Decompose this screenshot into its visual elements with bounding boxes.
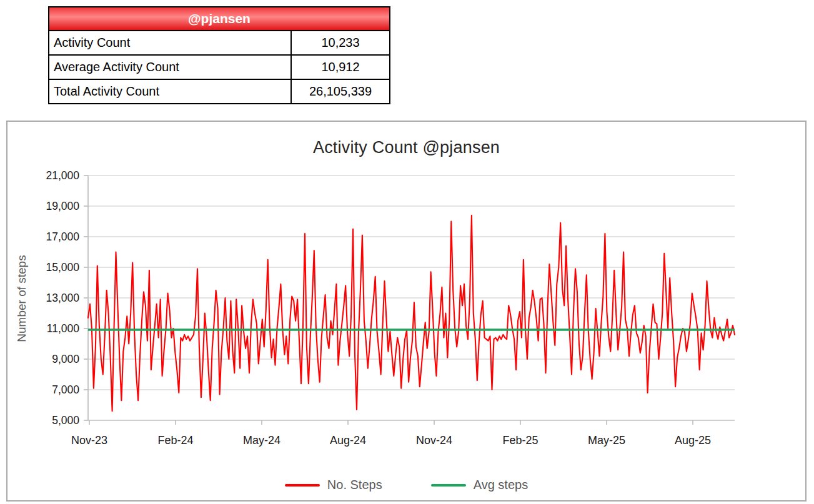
y-axis-tick-label: 7,000 [52,383,79,396]
x-axis-tick-label: May-25 [588,434,625,447]
table-row: Activity Count 10,233 [49,31,389,56]
row-value: 10,912 [292,56,389,79]
y-axis-tick-label: 21,000 [46,169,79,182]
y-axis-tick-label: 15,000 [46,261,79,274]
legend-label: No. Steps [327,478,382,492]
row-value: 10,233 [292,31,389,54]
row-label: Activity Count [49,31,292,54]
red-line-icon [285,484,320,487]
legend-item-avg-steps: Avg steps [431,478,528,492]
y-axis-tick-label: 11,000 [47,322,79,335]
chart-legend: No. Steps Avg steps [7,478,805,492]
y-axis-tick-label: 5,000 [52,414,79,427]
activity-line-chart: 5,0007,0009,00011,00013,00015,00017,0001… [7,122,805,500]
legend-label: Avg steps [474,478,528,492]
x-axis-tick-label: Aug-25 [675,434,711,447]
row-value: 26,105,339 [292,80,389,103]
x-axis-tick-label: Feb-25 [502,434,538,447]
x-axis-tick-label: Feb-24 [157,434,193,447]
y-axis-tick-label: 19,000 [46,200,79,212]
y-axis-tick-label: 13,000 [46,292,79,304]
x-axis-tick-label: May-24 [243,434,280,447]
x-axis-tick-label: Nov-24 [416,434,452,447]
table-row: Total Activity Count 26,105,339 [49,80,389,103]
stats-table-header: @pjansen [49,7,389,31]
y-axis-tick-label: 17,000 [46,230,79,243]
legend-item-no-steps: No. Steps [285,478,382,492]
y-axis-tick-label: 9,000 [52,353,79,365]
steps-line-series [88,215,735,412]
stats-table: @pjansen Activity Count 10,233 Average A… [48,6,390,104]
row-label: Total Activity Count [49,80,292,103]
table-row: Average Activity Count 10,912 [49,56,389,80]
row-label: Average Activity Count [49,56,292,79]
green-line-icon [431,484,466,487]
x-axis-tick-label: Aug-24 [330,434,366,447]
x-axis-tick-label: Nov-23 [71,434,107,447]
chart-panel: Activity Count @pjansen Number of steps … [6,121,807,502]
